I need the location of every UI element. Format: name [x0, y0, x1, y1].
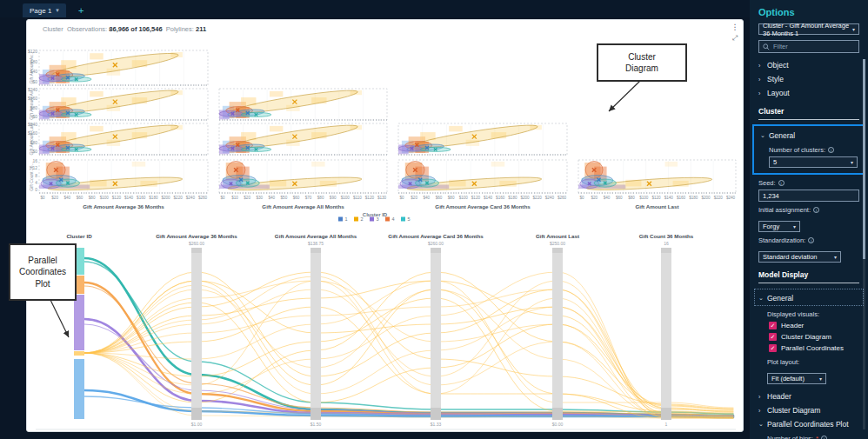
- checkbox-checked-icon[interactable]: ✓: [769, 322, 777, 329]
- search-icon: [763, 43, 770, 50]
- svg-text:1: 1: [344, 216, 347, 222]
- svg-text:Gift Count 36 Months: Gift Count 36 Months: [639, 233, 694, 239]
- svg-text:$20: $20: [411, 196, 417, 200]
- options-title: Options: [758, 7, 859, 17]
- info-icon[interactable]: i: [828, 147, 834, 153]
- sidebar-section-layout[interactable]: ›Layout: [758, 87, 859, 99]
- svg-text:$110: $110: [353, 196, 362, 200]
- svg-text:$0.00: $0.00: [552, 422, 564, 427]
- panel-scrollbar[interactable]: [863, 59, 865, 429]
- svg-text:$60: $60: [77, 196, 83, 200]
- chevron-right-icon: ›: [758, 408, 763, 414]
- pc-axis[interactable]: [552, 248, 563, 420]
- info-icon[interactable]: i: [808, 237, 814, 243]
- object-selector-dropdown[interactable]: Cluster - Gift Amount Average 36 Months …: [758, 23, 859, 35]
- splom-cell[interactable]: [398, 160, 567, 193]
- initial-assignment-label: Initial assignment:: [758, 206, 811, 214]
- legend-swatch[interactable]: [338, 217, 343, 222]
- splom-cell[interactable]: [578, 160, 736, 193]
- chevron-down-icon: ▾: [819, 376, 822, 382]
- pc-axis[interactable]: [661, 248, 671, 420]
- pc-axis[interactable]: [310, 248, 321, 420]
- svg-text:$240: $240: [726, 196, 736, 200]
- tab-caret-icon[interactable]: ▾: [56, 7, 59, 14]
- svg-text:$260.00: $260.00: [189, 241, 204, 246]
- legend-swatch[interactable]: [385, 217, 390, 222]
- checkbox-checked-icon[interactable]: ✓: [769, 333, 777, 341]
- checkbox-cluster-diagram[interactable]: ✓Cluster Diagram: [769, 333, 859, 341]
- svg-text:$20: $20: [51, 196, 58, 200]
- header-section-label: Header: [767, 392, 791, 401]
- splom-cell[interactable]: [219, 122, 387, 155]
- checkbox-checked-icon[interactable]: ✓: [769, 344, 777, 352]
- cluster-section-header: Cluster: [758, 107, 859, 120]
- svg-text:$80: $80: [89, 196, 96, 200]
- checkbox-header[interactable]: ✓Header: [769, 322, 859, 329]
- filter-input[interactable]: Filter: [758, 40, 859, 53]
- splom-cell[interactable]: [219, 87, 387, 120]
- chevron-down-icon: ▾: [852, 26, 855, 32]
- legend-swatch[interactable]: [354, 217, 358, 222]
- initial-assignment-dropdown[interactable]: Forgy ▾: [758, 221, 800, 232]
- model-display-general-group: ⌄ General: [754, 289, 864, 306]
- general-expander[interactable]: ⌄ General: [758, 292, 859, 304]
- splom-cell[interactable]: [39, 160, 208, 193]
- svg-text:$1.33: $1.33: [431, 422, 442, 427]
- cluster-id-legend: Cluster ID12345: [338, 212, 411, 222]
- pcp-section-expander[interactable]: ⌄ Parallel Coordinates Plot: [758, 418, 859, 430]
- svg-text:2: 2: [360, 216, 363, 222]
- splom-cell[interactable]: [39, 122, 208, 155]
- section-label: Object: [767, 61, 789, 70]
- required-asterisk: *: [816, 435, 818, 439]
- chevron-right-icon: ›: [758, 90, 763, 96]
- svg-text:$0: $0: [579, 196, 584, 200]
- highlighted-general-group: ⌄ General Number of clusters: i 5 ▾: [752, 124, 865, 175]
- info-icon[interactable]: i: [778, 180, 785, 186]
- initial-assignment-value: Forgy: [763, 223, 779, 230]
- legend-swatch[interactable]: [370, 217, 374, 222]
- splom-cell[interactable]: [398, 122, 567, 155]
- legend-swatch[interactable]: [401, 217, 405, 222]
- displayed-visuals-label: Displayed visuals:: [767, 310, 819, 318]
- object-selector-value: Cluster - Gift Amount Average 36 Months …: [763, 22, 850, 37]
- svg-text:$200: $200: [161, 196, 170, 200]
- plot-layout-dropdown[interactable]: Fit (default) ▾: [767, 373, 826, 384]
- svg-text:$60: $60: [293, 196, 300, 200]
- standardization-dropdown[interactable]: Standard deviation ▾: [758, 251, 841, 263]
- sidebar-section-style[interactable]: ›Style: [758, 73, 859, 85]
- svg-text:$40: $40: [423, 196, 430, 200]
- general-expander[interactable]: ⌄ General: [760, 130, 858, 142]
- svg-text:$120: $120: [471, 196, 481, 200]
- tab-page-1[interactable]: Page 1 ▾: [23, 3, 66, 17]
- checkbox-label: Parallel Coordinates: [781, 344, 844, 352]
- checkbox-parallel-coordinates[interactable]: ✓Parallel Coordinates: [769, 344, 859, 352]
- splom-cell[interactable]: [39, 50, 208, 85]
- svg-text:$60: $60: [616, 196, 623, 200]
- chevron-right-icon: ›: [758, 394, 763, 400]
- splom-cell[interactable]: [219, 160, 387, 193]
- seed-input[interactable]: 1,234: [758, 190, 859, 202]
- standardization-label: Standardization:: [758, 236, 805, 244]
- svg-text:$138.75: $138.75: [308, 241, 324, 246]
- checkbox-label: Header: [781, 322, 804, 329]
- svg-text:$180: $180: [689, 196, 698, 200]
- add-page-button[interactable]: +: [75, 3, 87, 17]
- svg-text:$240: $240: [545, 196, 555, 200]
- info-icon[interactable]: i: [821, 436, 827, 439]
- info-icon[interactable]: i: [813, 207, 819, 213]
- svg-text:$1.50: $1.50: [310, 422, 322, 427]
- svg-text:$0: $0: [40, 196, 45, 200]
- section-label: Layout: [767, 89, 790, 97]
- pc-axis[interactable]: [431, 248, 441, 420]
- svg-text:$0: $0: [220, 196, 225, 200]
- svg-text:$160: $160: [137, 196, 146, 200]
- svg-text:$1.00: $1.00: [191, 422, 203, 427]
- svg-text:$140: $140: [124, 196, 134, 200]
- pc-axis[interactable]: [191, 248, 202, 420]
- number-of-clusters-dropdown[interactable]: 5 ▾: [769, 156, 858, 168]
- header-section-expander[interactable]: › Header: [758, 390, 859, 402]
- svg-text:$80: $80: [628, 196, 635, 200]
- splom-cell[interactable]: [39, 87, 208, 120]
- sidebar-section-object[interactable]: ›Object: [758, 59, 859, 71]
- cluster-diagram-section-expander[interactable]: › Cluster Diagram: [758, 404, 859, 416]
